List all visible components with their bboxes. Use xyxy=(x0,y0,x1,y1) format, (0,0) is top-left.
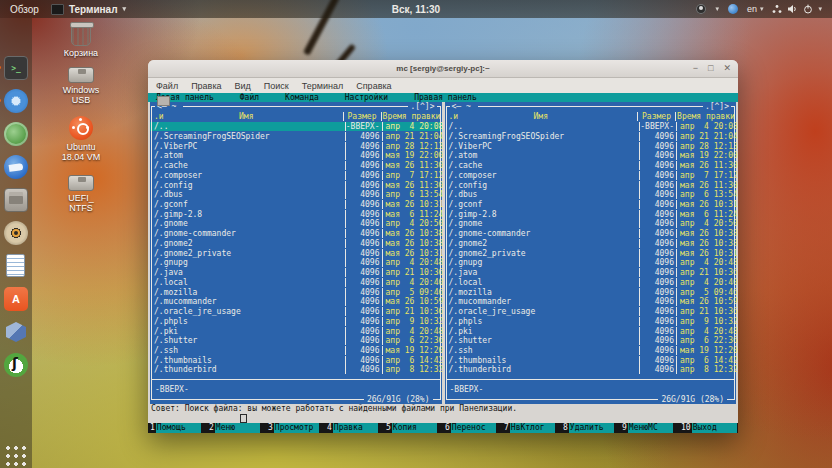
fkey-5[interactable]: 5Копия xyxy=(384,423,443,433)
orange-a-app-icon[interactable]: A xyxy=(4,287,28,311)
file-row[interactable]: /.gnome4096апр 4 20:50 xyxy=(445,219,737,229)
file-row[interactable]: /.oracle_jre_usage4096апр 21 10:36 xyxy=(445,307,737,317)
file-row[interactable]: /.mucommander4096мая 26 10:59 xyxy=(150,297,442,307)
file-row[interactable]: /.gimp-2.84096мая 6 11:24 xyxy=(445,209,737,219)
file-row[interactable]: /.shutter4096апр 6 22:36 xyxy=(150,336,442,346)
file-row[interactable]: /.composer4096апр 7 17:12 xyxy=(445,170,737,180)
desktop-icon-usb-drive[interactable]: Windows USB xyxy=(38,62,124,105)
libreoffice-writer-icon[interactable] xyxy=(4,254,28,278)
file-row[interactable]: /.mucommander4096мая 26 10:59 xyxy=(445,297,737,307)
mc-menu-item[interactable]: Настройки xyxy=(345,93,388,102)
file-row[interactable]: /.ScreamingFrogSEOSpider4096апр 21 21:04 xyxy=(445,131,737,141)
file-row[interactable]: /.config4096мая 26 11:30 xyxy=(150,180,442,190)
file-row[interactable]: /.local4096апр 4 20:40 xyxy=(445,278,737,288)
file-row[interactable]: /.phpls4096апр 9 10:32 xyxy=(150,316,442,326)
file-row[interactable]: /.pki4096апр 4 20:48 xyxy=(445,326,737,336)
fkey-8[interactable]: 8Удалить xyxy=(561,423,620,433)
mc-menu-item[interactable]: Файл xyxy=(240,93,259,102)
file-row[interactable]: /.gimp-2.84096мая 6 11:24 xyxy=(150,209,442,219)
fkey-10[interactable]: 10Выход xyxy=(679,423,738,433)
file-row[interactable]: /.ssh4096мая 19 12:20 xyxy=(150,346,442,356)
file-row[interactable]: /.gnome2_private4096мая 26 10:31 xyxy=(445,248,737,258)
file-row[interactable]: /.gnome4096апр 4 20:50 xyxy=(150,219,442,229)
virtualbox-icon[interactable] xyxy=(4,320,28,344)
column-header-name[interactable]: .иИмя xyxy=(445,112,638,121)
chromium-icon[interactable] xyxy=(4,89,28,113)
camera-app-icon[interactable] xyxy=(4,221,28,245)
file-row[interactable]: /.thunderbird4096апр 8 12:32 xyxy=(150,365,442,375)
column-header-size[interactable]: Размер xyxy=(343,112,381,121)
clock[interactable]: Вск, 11:30 xyxy=(392,4,440,15)
file-row[interactable]: /.gnome-commander4096мая 26 10:38 xyxy=(445,229,737,239)
column-header-time[interactable]: Время правки xyxy=(675,112,736,121)
fkey-1[interactable]: 1Помощь xyxy=(148,423,207,433)
file-row[interactable]: /.mozilla4096апр 5 09:46 xyxy=(150,287,442,297)
show-applications-icon[interactable] xyxy=(4,444,28,468)
file-row[interactable]: /.gconf4096мая 26 10:31 xyxy=(150,200,442,210)
file-row[interactable]: /.gnome-commander4096мая 26 10:38 xyxy=(150,229,442,239)
maximize-button[interactable]: □ xyxy=(708,64,713,73)
close-button[interactable]: ✕ xyxy=(723,64,731,73)
file-row[interactable]: /.thunderbird4096апр 8 12:32 xyxy=(445,365,737,375)
fkey-3[interactable]: 3Просмотр xyxy=(266,423,325,433)
file-row[interactable]: /.gnome2_private4096мая 26 10:31 xyxy=(150,248,442,258)
file-row[interactable]: /.gconf4096мая 26 10:31 xyxy=(445,200,737,210)
column-header-size[interactable]: Размер xyxy=(637,112,675,121)
fkey-7[interactable]: 7НвКтлог xyxy=(502,423,561,433)
app-indicator-icon[interactable] xyxy=(728,4,738,14)
mc-command-line[interactable] xyxy=(148,413,738,422)
file-row[interactable]: /.gnupg4096апр 4 20:48 xyxy=(445,258,737,268)
firefox-icon[interactable] xyxy=(4,23,28,47)
vector-app-icon[interactable] xyxy=(4,353,28,377)
terminal-menu-item[interactable]: Правка xyxy=(191,81,221,91)
file-row[interactable]: /.gnome24096мая 26 10:38 xyxy=(150,239,442,249)
desktop-icon-trash[interactable]: Корзина xyxy=(38,24,124,58)
terminal-menu-item[interactable]: Справка xyxy=(356,81,391,91)
app-menu[interactable]: Терминал ▾ xyxy=(51,4,126,15)
file-row[interactable]: /.config4096мая 26 11:30 xyxy=(445,180,737,190)
file-row[interactable]: /.dbus4096апр 6 13:54 xyxy=(150,190,442,200)
file-row[interactable]: /.oracle_jre_usage4096апр 21 10:36 xyxy=(150,307,442,317)
file-row[interactable]: /.composer4096апр 7 17:12 xyxy=(150,170,442,180)
terminal-icon[interactable]: >_ xyxy=(4,56,28,80)
file-cabinet-icon[interactable] xyxy=(4,188,28,212)
minimize-button[interactable]: − xyxy=(693,64,698,73)
desktop-icon-ubuntu-logo[interactable]: Ubuntu 18.04 VM xyxy=(38,116,124,162)
file-row[interactable]: /.ScreamingFrogSEOSpider4096апр 21 21:04 xyxy=(150,131,442,141)
file-row[interactable]: /.thumbnails4096апр 6 14:42 xyxy=(445,355,737,365)
file-row[interactable]: /.dbus4096апр 6 13:54 xyxy=(445,190,737,200)
file-row[interactable]: /.java4096апр 21 10:36 xyxy=(150,268,442,278)
file-row[interactable]: /.pki4096апр 4 20:48 xyxy=(150,326,442,336)
mc-menu-item[interactable]: Правая панель xyxy=(414,93,477,102)
file-row[interactable]: /..-ВВЕРХ-апр 4 20:08 xyxy=(445,122,737,132)
file-row[interactable]: /.java4096апр 21 10:36 xyxy=(445,268,737,278)
status-account-icon[interactable] xyxy=(696,4,706,14)
titlebar[interactable]: mc [sergiy@sergiy-pc]:~ − □ ✕ xyxy=(148,60,738,78)
terminal-menu-item[interactable]: Поиск xyxy=(264,81,289,91)
fkey-4[interactable]: 4Правка xyxy=(325,423,384,433)
thunderbird-icon[interactable] xyxy=(4,155,28,179)
keyboard-layout[interactable]: en ▾ xyxy=(747,4,764,14)
green-app-icon[interactable] xyxy=(4,122,28,146)
file-row[interactable]: /.mozilla4096апр 5 09:46 xyxy=(445,287,737,297)
file-row[interactable]: /.ssh4096мая 19 12:20 xyxy=(445,346,737,356)
file-row[interactable]: /.ViberPC4096апр 28 12:13 xyxy=(445,141,737,151)
file-row[interactable]: /.atom4096мая 19 22:00 xyxy=(150,151,442,161)
panel-path[interactable]: <─ ~ xyxy=(450,102,478,112)
system-status-area[interactable]: ▾ xyxy=(772,4,822,14)
file-row[interactable]: /..-ВВЕРХ-апр 4 20:08 xyxy=(150,122,442,132)
panel-controls[interactable]: .[^]> xyxy=(408,102,436,112)
column-header-time[interactable]: Время правки xyxy=(381,112,442,121)
activities-button[interactable]: Обзор xyxy=(10,4,39,15)
terminal-menu-item[interactable]: Файл xyxy=(156,81,178,91)
file-row[interactable]: /.gnupg4096апр 4 20:48 xyxy=(150,258,442,268)
mc-menu-item[interactable]: Команда xyxy=(285,93,319,102)
fkey-6[interactable]: 6Перенос xyxy=(443,423,502,433)
column-header-name[interactable]: .иИмя xyxy=(150,112,343,121)
fkey-9[interactable]: 9МенюМС xyxy=(620,423,679,433)
fkey-2[interactable]: 2Меню xyxy=(207,423,266,433)
file-row[interactable]: /.phpls4096апр 9 10:32 xyxy=(445,316,737,326)
file-row[interactable]: /.atom4096мая 19 22:00 xyxy=(445,151,737,161)
file-row[interactable]: /.local4096апр 4 20:40 xyxy=(150,278,442,288)
file-row[interactable]: /.gnome24096мая 26 10:38 xyxy=(445,239,737,249)
